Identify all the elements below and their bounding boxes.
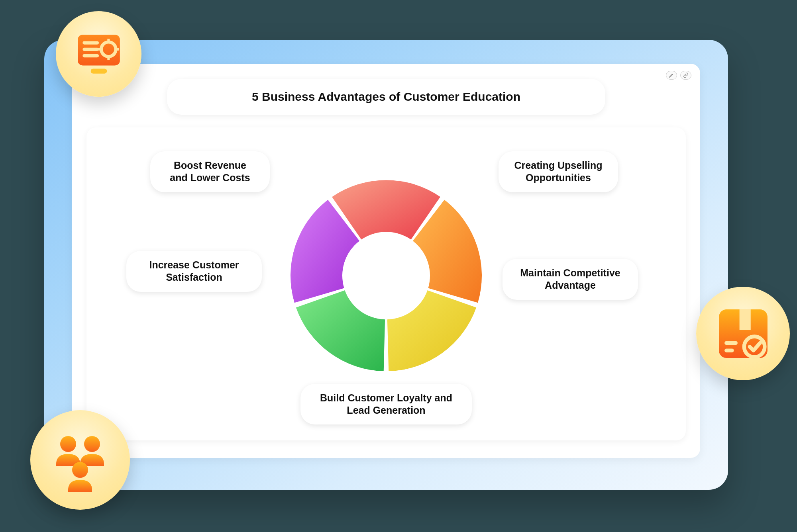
svg-rect-2 — [82, 41, 99, 44]
edit-button[interactable] — [666, 71, 677, 80]
donut-chart — [283, 172, 490, 379]
badge-bottom-left — [30, 410, 130, 510]
people-group-icon — [48, 428, 112, 492]
package-check-icon — [713, 304, 773, 364]
svg-rect-4 — [82, 54, 99, 57]
svg-rect-17 — [724, 348, 734, 352]
label-boost-revenue: Boost Revenue and Lower Costs — [150, 151, 270, 192]
computer-settings-icon — [73, 28, 125, 80]
link-button[interactable] — [680, 71, 691, 80]
label-loyalty: Build Customer Loyalty and Lead Generati… — [300, 384, 472, 425]
svg-rect-1 — [90, 68, 107, 73]
label-satisfaction: Increase Customer Satisfaction — [126, 251, 262, 292]
svg-point-10 — [60, 436, 76, 452]
window-controls — [666, 71, 691, 80]
badge-top-left — [56, 11, 141, 97]
badge-right — [696, 287, 790, 380]
label-competitive: Maintain Competitive Advantage — [503, 259, 638, 300]
svg-rect-16 — [724, 341, 738, 344]
label-upselling: Creating Upselling Opportunities — [499, 151, 618, 192]
link-icon — [683, 72, 689, 78]
diagram-panel: Boost Revenue and Lower Costs Creating U… — [86, 127, 686, 440]
pencil-icon — [669, 72, 674, 78]
page-title: 5 Business Advantages of Customer Educat… — [167, 79, 605, 115]
svg-point-11 — [84, 436, 100, 452]
donut-slice — [387, 290, 476, 371]
svg-rect-3 — [82, 47, 99, 51]
card-frame: 5 Business Advantages of Customer Educat… — [44, 40, 728, 490]
svg-point-12 — [72, 462, 88, 478]
app-window: 5 Business Advantages of Customer Educat… — [72, 64, 700, 458]
donut-slice — [296, 290, 385, 371]
